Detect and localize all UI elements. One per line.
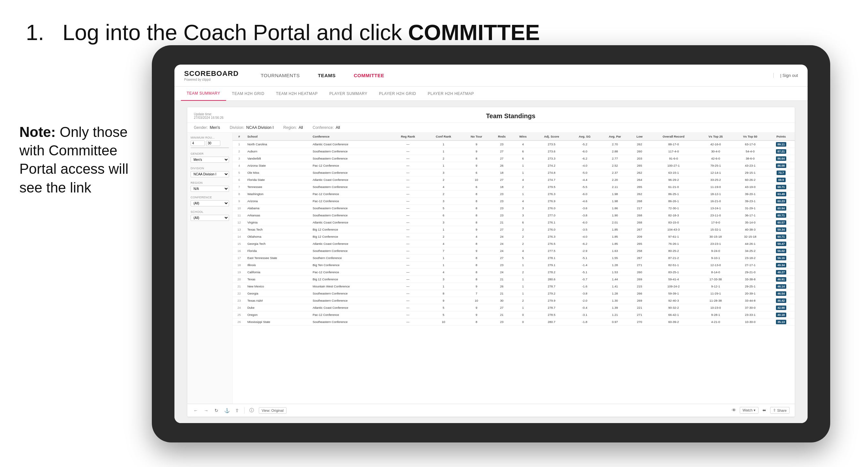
table-cell: 76-26-1 xyxy=(649,240,698,247)
table-cell: 29-25-1 xyxy=(733,283,768,290)
nav-items: TOURNAMENTS TEAMS COMMITTEE xyxy=(252,65,773,87)
table-cell: 59-39-1 xyxy=(649,290,698,297)
table-row: 12VirginiaAtlantic Coast Conference—3821… xyxy=(232,219,795,226)
table-cell: 9-28-1 xyxy=(699,311,733,318)
table-cell: 27 xyxy=(491,176,513,183)
table-cell: 4 xyxy=(513,141,533,148)
table-cell: 24 xyxy=(491,233,513,240)
table-cell: 3 xyxy=(425,198,462,205)
min-rounds-input1[interactable] xyxy=(191,141,205,146)
table-cell: Southeastern Conference xyxy=(311,318,391,325)
eye-icon[interactable]: 👁 xyxy=(731,407,737,413)
table-cell: 19 xyxy=(232,269,246,276)
table-cell: 4-21-0 xyxy=(699,318,733,325)
table-cell: Southeastern Conference xyxy=(311,297,391,304)
school-select[interactable]: (All) xyxy=(191,215,229,221)
table-cell: 265 xyxy=(630,162,649,169)
share-small-icon[interactable]: ⇧ xyxy=(234,407,240,414)
subnav-team-summary[interactable]: TEAM SUMMARY xyxy=(181,87,226,101)
table-cell: 30-15-18 xyxy=(699,233,733,240)
nav-tournaments[interactable]: TOURNAMENTS xyxy=(252,65,309,87)
table-cell: 2.52 xyxy=(599,162,630,169)
table-cell: 277.5 xyxy=(533,247,570,254)
table-cell: 8 xyxy=(462,276,491,283)
table-cell: — xyxy=(391,318,425,325)
watch-button[interactable]: Watch ▾ xyxy=(740,407,758,414)
min-rounds-input2[interactable] xyxy=(206,141,220,146)
table-cell: 97-61-1 xyxy=(649,233,698,240)
table-cell: 277.0 xyxy=(533,212,570,219)
region-select[interactable]: N/A xyxy=(191,186,229,192)
table-cell: 262 xyxy=(630,169,649,176)
table-cell: -3.1 xyxy=(570,311,599,318)
table-cell: 280.7 xyxy=(533,318,570,325)
table-cell: Oklahoma xyxy=(246,233,311,240)
resize-icon[interactable]: ⬌ xyxy=(761,407,768,413)
region-sidebar-label: Region xyxy=(191,181,229,184)
table-cell: 8 xyxy=(462,212,491,219)
table-cell: 8 xyxy=(462,155,491,162)
subnav-team-h2h-heatmap[interactable]: TEAM H2H HEATMAP xyxy=(270,87,323,101)
table-cell: 2 xyxy=(425,176,462,183)
table-cell: Oregon xyxy=(246,311,311,318)
table-row: 24DukeAtlantic Coast Conference—59271278… xyxy=(232,304,795,311)
table-cell: 0.97 xyxy=(599,318,630,325)
conference-select[interactable]: (All) xyxy=(191,200,229,206)
reload-icon[interactable]: ↻ xyxy=(213,407,220,414)
table-cell: 9 xyxy=(462,311,491,318)
table-cell: 8 xyxy=(232,191,246,198)
forward-icon[interactable]: → xyxy=(203,407,209,414)
table-cell: 60.94 xyxy=(768,205,795,212)
subnav-team-h2h-grid[interactable]: TEAM H2H GRID xyxy=(226,87,270,101)
nav-teams[interactable]: TEAMS xyxy=(309,65,345,87)
bookmark-icon[interactable]: ⚓ xyxy=(223,407,230,414)
back-icon[interactable]: ← xyxy=(192,407,199,414)
share-button[interactable]: ⇧ Share xyxy=(770,407,789,414)
subnav-player-h2h-heatmap[interactable]: PLAYER H2H HEATMAP xyxy=(422,87,480,101)
table-cell: 104-43-3 xyxy=(649,226,698,233)
table-cell: 2.37 xyxy=(599,169,630,176)
table-cell: 278.7 xyxy=(533,304,570,311)
min-rounds-slider[interactable] xyxy=(191,147,229,148)
gender-select[interactable]: Men's xyxy=(191,157,229,163)
table-row: 18IllinoisBig Ten Conference—18231279.1-… xyxy=(232,261,795,269)
table-cell: 2.11 xyxy=(599,183,630,191)
subnav-player-h2h-grid[interactable]: PLAYER H2H GRID xyxy=(373,87,422,101)
division-select[interactable]: NCAA Division I xyxy=(191,171,229,177)
table-cell: 86.64 xyxy=(768,155,795,162)
info-icon[interactable]: ⓘ xyxy=(248,407,255,414)
table-cell: 3 xyxy=(425,169,462,176)
view-original-label: View: Original xyxy=(262,409,284,412)
note-bold: Note: xyxy=(20,124,56,140)
sign-out-button[interactable]: | Sign out xyxy=(773,73,798,78)
table-cell: 8 xyxy=(425,290,462,297)
table-cell: 17 xyxy=(232,254,246,261)
table-cell: 1 xyxy=(513,191,533,198)
table-cell: 1.63 xyxy=(599,247,630,254)
table-cell: 66-42-1 xyxy=(649,311,698,318)
table-cell: 2 xyxy=(232,148,246,155)
table-cell: 79-25-1 xyxy=(699,162,733,169)
table-cell: — xyxy=(391,148,425,155)
table-cell: Southeastern Conference xyxy=(311,205,391,212)
nav-committee[interactable]: COMMITTEE xyxy=(345,65,394,87)
table-cell: — xyxy=(391,191,425,198)
table-cell: 33-38-8 xyxy=(733,276,768,283)
table-cell: 21 xyxy=(491,219,513,226)
subnav-player-summary[interactable]: PLAYER SUMMARY xyxy=(323,87,373,101)
table-cell: 217 xyxy=(630,205,649,212)
table-cell: 69.9 xyxy=(768,176,795,183)
table-cell: 17-9-0 xyxy=(699,219,733,226)
table-row: 20TexasBig 12 Conference—38211280.6-0.71… xyxy=(232,276,795,283)
filter-region: Region: All xyxy=(283,125,303,130)
share-label: Share xyxy=(777,409,786,412)
table-cell: 0 xyxy=(513,318,533,325)
update-time-label: Update time: xyxy=(194,113,223,116)
table-cell: 1.98 xyxy=(599,191,630,198)
instruction-title: 1. Log into the Coach Portal and click C… xyxy=(26,20,842,46)
view-original-button[interactable]: View: Original xyxy=(259,407,286,414)
table-cell: 43-23-1 xyxy=(733,162,768,169)
table-cell: 4 xyxy=(513,176,533,183)
col-low: Low xyxy=(630,133,649,141)
table-cell: -3.5 xyxy=(570,226,599,233)
